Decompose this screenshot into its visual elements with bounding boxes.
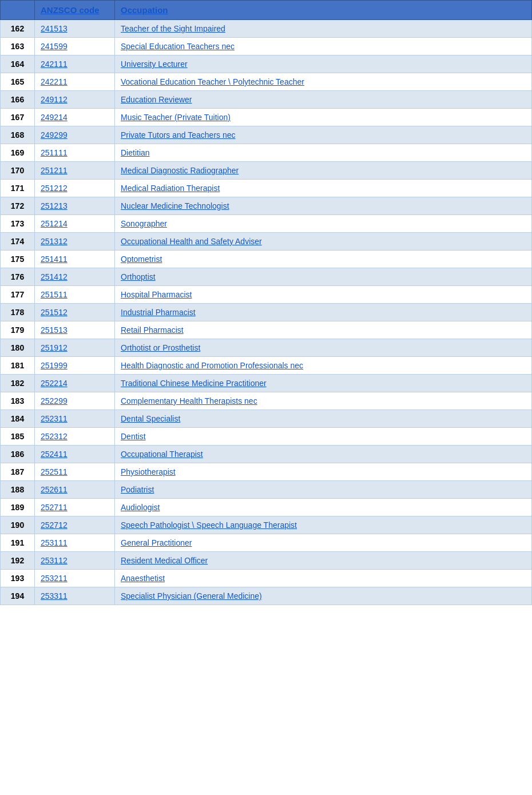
occupation-link[interactable]: University Lecturer	[121, 59, 188, 69]
code-link[interactable]: 253111	[41, 538, 68, 547]
code-link[interactable]: 252411	[41, 450, 68, 459]
row-code: 252711	[35, 499, 115, 516]
row-number: 188	[1, 481, 35, 499]
code-link[interactable]: 251999	[41, 361, 68, 370]
code-link[interactable]: 252611	[41, 485, 68, 494]
code-link[interactable]: 249299	[41, 130, 68, 140]
occupation-link[interactable]: Medical Radiation Therapist	[121, 184, 220, 193]
row-occupation: Dentist	[115, 428, 532, 446]
row-code: 252411	[35, 446, 115, 463]
code-link[interactable]: 252511	[41, 467, 68, 476]
code-link[interactable]: 253112	[41, 556, 68, 565]
code-link[interactable]: 241513	[41, 24, 68, 33]
row-number: 192	[1, 552, 35, 570]
row-occupation: Resident Medical Officer	[115, 552, 532, 570]
code-link[interactable]: 251312	[41, 237, 68, 246]
code-link[interactable]: 249214	[41, 113, 68, 122]
code-link[interactable]: 252214	[41, 379, 68, 388]
occupation-link[interactable]: Industrial Pharmacist	[121, 308, 196, 317]
code-link[interactable]: 251513	[41, 325, 68, 335]
code-link[interactable]: 242211	[41, 77, 68, 86]
occupation-link[interactable]: Retail Pharmacist	[121, 325, 184, 335]
occupation-link[interactable]: Traditional Chinese Medicine Practitione…	[121, 379, 267, 388]
occupation-link[interactable]: Sonographer	[121, 219, 167, 228]
code-link[interactable]: 241599	[41, 42, 68, 51]
occupation-link[interactable]: Special Education Teachers nec	[121, 42, 235, 51]
table-row: 179251513Retail Pharmacist	[1, 321, 532, 339]
row-occupation: Specialist Physician (General Medicine)	[115, 587, 532, 605]
occupation-link[interactable]: Audiologist	[121, 503, 160, 512]
row-number: 190	[1, 516, 35, 534]
code-link[interactable]: 251212	[41, 184, 68, 193]
code-link[interactable]: 251912	[41, 343, 68, 352]
occupation-link[interactable]: Medical Diagnostic Radiographer	[121, 166, 239, 175]
occupation-link[interactable]: Specialist Physician (General Medicine)	[121, 591, 262, 601]
code-link[interactable]: 252299	[41, 396, 68, 406]
table-row: 194253311Specialist Physician (General M…	[1, 587, 532, 605]
occupation-link[interactable]: Teacher of the Sight Impaired	[121, 24, 225, 33]
occupation-link[interactable]: General Practitioner	[121, 538, 192, 547]
table-row: 162241513Teacher of the Sight Impaired	[1, 20, 532, 38]
row-code: 253111	[35, 534, 115, 552]
code-link[interactable]: 251412	[41, 272, 68, 281]
header-code-link[interactable]: ANZSCO code	[41, 5, 100, 15]
code-link[interactable]: 252312	[41, 432, 68, 441]
row-occupation: Vocational Education Teacher \ Polytechn…	[115, 73, 532, 91]
row-occupation: Anaesthetist	[115, 570, 532, 587]
header-occupation: Occupation	[115, 1, 532, 20]
code-link[interactable]: 252711	[41, 503, 68, 512]
occupation-link[interactable]: Optometrist	[121, 255, 162, 264]
row-code: 251512	[35, 304, 115, 321]
row-number: 165	[1, 73, 35, 91]
row-number: 185	[1, 428, 35, 446]
occupation-link[interactable]: Speech Pathologist \ Speech Language The…	[121, 520, 297, 530]
occupation-link[interactable]: Hospital Pharmacist	[121, 290, 192, 299]
code-link[interactable]: 253311	[41, 591, 68, 601]
occupation-link[interactable]: Health Diagnostic and Promotion Professi…	[121, 361, 303, 370]
occupation-link[interactable]: Resident Medical Officer	[121, 556, 208, 565]
row-code: 251312	[35, 233, 115, 251]
occupation-link[interactable]: Dietitian	[121, 148, 150, 157]
occupation-link[interactable]: Vocational Education Teacher \ Polytechn…	[121, 77, 304, 86]
code-link[interactable]: 242111	[41, 59, 68, 69]
occupation-link[interactable]: Private Tutors and Teachers nec	[121, 130, 236, 140]
code-link[interactable]: 251512	[41, 308, 68, 317]
occupation-link[interactable]: Podiatrist	[121, 485, 154, 494]
code-link[interactable]: 253211	[41, 574, 68, 583]
code-link[interactable]: 251213	[41, 201, 68, 210]
occupation-link[interactable]: Physiotherapist	[121, 467, 176, 476]
occupation-link[interactable]: Education Reviewer	[121, 95, 192, 104]
occupation-link[interactable]: Orthoptist	[121, 272, 156, 281]
occupation-link[interactable]: Occupational Therapist	[121, 450, 203, 459]
table-row: 168249299Private Tutors and Teachers nec	[1, 126, 532, 144]
table-row: 181251999Health Diagnostic and Promotion…	[1, 357, 532, 375]
header-num	[1, 1, 35, 20]
table-row: 177251511Hospital Pharmacist	[1, 286, 532, 304]
code-link[interactable]: 251511	[41, 290, 68, 299]
header-occupation-link[interactable]: Occupation	[121, 5, 168, 15]
occupation-link[interactable]: Nuclear Medicine Technologist	[121, 201, 229, 210]
table-row: 175251411Optometrist	[1, 251, 532, 268]
row-number: 164	[1, 55, 35, 73]
occupation-link[interactable]: Anaesthetist	[121, 574, 165, 583]
code-link[interactable]: 251111	[41, 148, 68, 157]
code-link[interactable]: 251411	[41, 255, 68, 264]
occupation-link[interactable]: Complementary Health Therapists nec	[121, 396, 257, 406]
code-link[interactable]: 251211	[41, 166, 68, 175]
code-link[interactable]: 249112	[41, 95, 68, 104]
row-number: 172	[1, 197, 35, 215]
row-occupation: Private Tutors and Teachers nec	[115, 126, 532, 144]
row-number: 173	[1, 215, 35, 233]
code-link[interactable]: 252712	[41, 520, 68, 530]
row-number: 187	[1, 463, 35, 481]
row-code: 252312	[35, 428, 115, 446]
occupation-link[interactable]: Occupational Health and Safety Adviser	[121, 237, 262, 246]
occupation-link[interactable]: Dentist	[121, 432, 146, 441]
occupation-link[interactable]: Dental Specialist	[121, 414, 180, 423]
occupation-link[interactable]: Orthotist or Prosthetist	[121, 343, 200, 352]
occupation-link[interactable]: Music Teacher (Private Tuition)	[121, 113, 231, 122]
row-occupation: General Practitioner	[115, 534, 532, 552]
row-occupation: Orthoptist	[115, 268, 532, 286]
code-link[interactable]: 252311	[41, 414, 68, 423]
code-link[interactable]: 251214	[41, 219, 68, 228]
